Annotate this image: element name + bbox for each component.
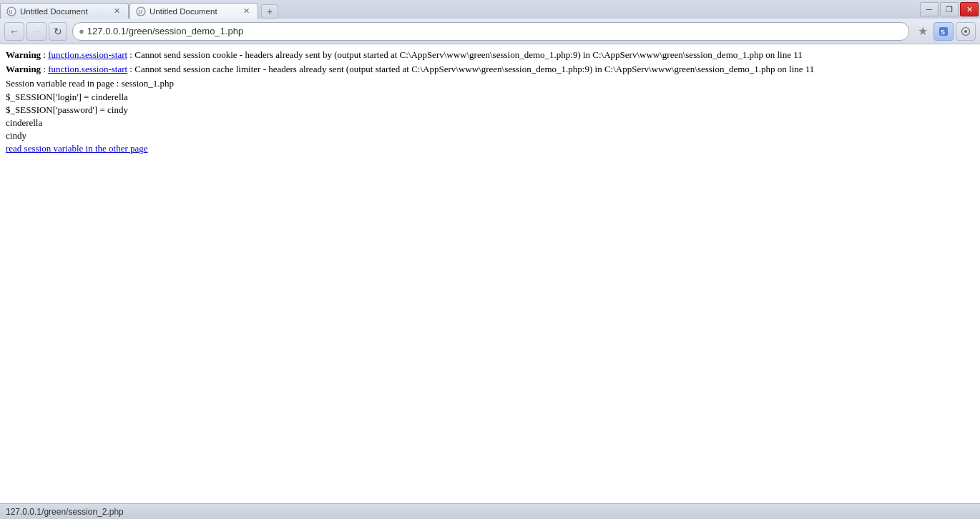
warning-line-1: Warning : function.session-start : Canno… [6, 49, 974, 61]
tab-1-title: Untitled Document [20, 7, 108, 16]
session-link-line: read session variable in the other page [6, 142, 974, 155]
svg-point-7 [964, 30, 967, 33]
content-line-2: $_SESSION['login'] = cinderella [6, 91, 974, 104]
svg-text:U: U [9, 9, 13, 14]
warning-link-1[interactable]: function.session-start [48, 49, 127, 60]
nav-bar: ← → ↻ ● ★ S [0, 19, 980, 44]
title-bar: U Untitled Document ✕ U Untitled Documen… [0, 0, 980, 19]
back-button[interactable]: ← [4, 22, 24, 41]
warning-suffix-1: : Cannot send session cookie - headers a… [129, 49, 802, 60]
svg-text:U: U [139, 9, 142, 14]
minimize-button[interactable]: ─ [920, 2, 939, 16]
tab-1-favicon: U [6, 6, 16, 16]
status-bar: 127.0.0.1/green/session_2.php [0, 503, 980, 519]
content-line-3: $_SESSION['password'] = cindy [6, 104, 974, 117]
close-button[interactable]: ✕ [960, 2, 979, 16]
tab-2-title: Untitled Document [150, 7, 237, 16]
svg-text:S: S [941, 29, 945, 36]
extension-button[interactable]: S [934, 22, 954, 41]
address-input[interactable] [87, 26, 903, 36]
restore-button[interactable]: ❐ [940, 2, 959, 16]
warning-label-2: Warning [6, 64, 41, 74]
tab-2-close[interactable]: ✕ [240, 6, 252, 17]
forward-button[interactable]: → [26, 22, 46, 41]
content-line-4: cinderella [6, 117, 974, 129]
address-bar[interactable]: ● [72, 22, 909, 41]
window-controls: ─ ❐ ✕ [918, 0, 980, 19]
content-line-1: Session variable read in page : session_… [6, 77, 974, 90]
address-icon: ● [79, 26, 84, 36]
warning-suffix-2: : Cannot send session cache limiter - he… [129, 64, 814, 74]
warning-link-2[interactable]: function.session-start [48, 64, 127, 74]
browser-window: U Untitled Document ✕ U Untitled Documen… [0, 0, 980, 519]
tools-button[interactable] [956, 22, 976, 41]
tab-2[interactable]: U Untitled Document ✕ [129, 3, 258, 19]
warning-label-1: Warning [6, 49, 41, 60]
warning-line-2: Warning : function.session-start : Canno… [6, 63, 974, 76]
tab-1-close[interactable]: ✕ [111, 6, 122, 17]
content-line-5: cindy [6, 129, 974, 142]
status-text: 127.0.0.1/green/session_2.php [6, 507, 974, 517]
refresh-button[interactable]: ↻ [49, 22, 67, 41]
new-tab-button[interactable]: + [261, 4, 278, 19]
tab-2-favicon: U [136, 6, 146, 16]
content-area: Warning : function.session-start : Canno… [0, 44, 980, 503]
session-link[interactable]: read session variable in the other page [6, 143, 148, 154]
tab-1[interactable]: U Untitled Document ✕ [0, 3, 129, 19]
bookmark-star-button[interactable]: ★ [914, 23, 931, 40]
